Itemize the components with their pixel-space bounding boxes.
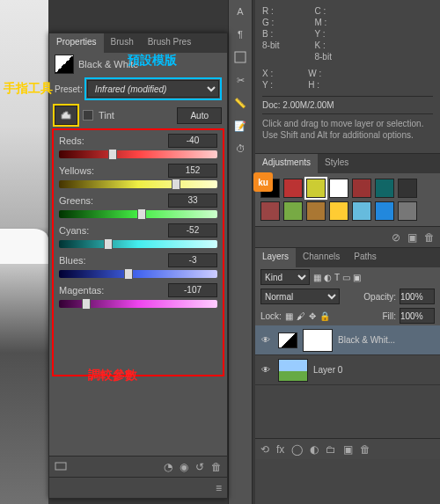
tint-checkbox[interactable] — [83, 110, 93, 121]
tab-layers[interactable]: Layers — [255, 248, 296, 267]
tab-brush-presets[interactable]: Brush Pres — [141, 33, 198, 53]
toolbar-note-icon[interactable]: 📝 — [229, 114, 252, 137]
filter-smart-icon[interactable]: ▣ — [353, 273, 361, 282]
slider-value-blues[interactable]: -3 — [168, 253, 217, 267]
layer-name[interactable]: Layer 0 — [313, 365, 342, 375]
canvas-photo — [0, 0, 48, 504]
toolbar-paragraph-icon[interactable]: ¶ — [229, 23, 252, 46]
style-swatch[interactable] — [398, 201, 417, 221]
auto-button[interactable]: Auto — [177, 107, 222, 124]
style-swatch[interactable] — [398, 179, 417, 198]
toolbar-timeline-icon[interactable]: ⏱ — [229, 137, 252, 160]
annotation-preset: 預設模版 — [128, 53, 177, 69]
black-white-icon — [55, 55, 74, 74]
layer-row[interactable]: 👁 Black & Whit... — [255, 325, 440, 355]
lock-trans-icon[interactable]: ▦ — [285, 311, 293, 321]
info-h: H : — [308, 79, 321, 91]
menu-icon[interactable]: ≡ — [216, 482, 222, 494]
style-swatch[interactable] — [329, 179, 348, 198]
lock-all-icon[interactable]: 🔒 — [319, 311, 330, 321]
slider-yellows[interactable] — [59, 180, 217, 188]
adjustments-panel: Adjustments Styles ⊘ ▣ 🗑 — [255, 153, 440, 247]
adj-trash-icon[interactable]: 🗑 — [424, 231, 435, 244]
preset-select[interactable]: Infrared (modified) — [87, 80, 219, 98]
slider-magentas[interactable] — [59, 300, 217, 308]
toolbar-swatches-icon[interactable] — [229, 46, 252, 69]
info-w: W : — [308, 68, 321, 79]
visibility-icon[interactable]: 👁 — [259, 365, 273, 375]
style-swatch[interactable] — [375, 179, 394, 198]
clip-icon[interactable]: ◔ — [164, 461, 172, 473]
style-swatch[interactable] — [352, 201, 371, 221]
trash-icon[interactable]: 🗑 — [211, 461, 222, 473]
kuler-icon[interactable]: ku — [253, 172, 273, 192]
style-swatch[interactable] — [260, 201, 280, 221]
info-hint: Click and drag to move layer or selectio… — [262, 118, 433, 141]
adjustments-footer: ⊘ ▣ 🗑 — [255, 226, 440, 247]
tab-styles[interactable]: Styles — [318, 154, 356, 173]
slider-value-yellows[interactable]: 152 — [168, 164, 217, 178]
right-column: R : G : B : 8-bit C : M : Y : K : 8-bit … — [255, 0, 440, 504]
style-swatch[interactable] — [352, 179, 371, 198]
scrubby-tool-button[interactable] — [55, 106, 77, 125]
toolbar-ruler-icon[interactable]: 📏 — [229, 91, 252, 114]
lock-paint-icon[interactable]: 🖌 — [297, 311, 305, 321]
filter-pixel-icon[interactable]: ▦ — [313, 273, 321, 282]
reset-icon[interactable]: ↺ — [195, 461, 204, 473]
layer-row[interactable]: 👁 Layer 0 — [255, 355, 440, 385]
slider-label-cyans: Cyans: — [59, 225, 89, 236]
fx-icon[interactable] — [55, 460, 67, 473]
layer-name[interactable]: Black & Whit... — [338, 335, 395, 345]
tab-properties[interactable]: Properties — [49, 33, 104, 53]
blend-mode-select[interactable]: Normal — [260, 289, 340, 304]
tab-channels[interactable]: Channels — [296, 248, 347, 267]
toolbar-type-icon[interactable]: A — [229, 0, 252, 23]
slider-value-reds[interactable]: -40 — [168, 134, 217, 148]
style-swatch[interactable] — [283, 179, 303, 198]
info-panel: R : G : B : 8-bit C : M : Y : K : 8-bit … — [255, 0, 440, 146]
group-icon[interactable]: 🗀 — [326, 443, 336, 456]
link-layers-icon[interactable]: ⟲ — [260, 443, 269, 456]
info-r: R : — [262, 5, 279, 17]
visibility-icon[interactable]: 👁 — [259, 335, 273, 345]
adj-new-icon[interactable]: ▣ — [407, 231, 417, 244]
slider-value-greens[interactable]: 33 — [168, 194, 217, 208]
slider-blues[interactable] — [59, 270, 217, 278]
view-previous-icon[interactable]: ◉ — [180, 461, 188, 473]
toolbar-crop-icon[interactable]: ✂ — [229, 69, 252, 91]
style-swatch[interactable] — [375, 201, 394, 221]
layers-footer: ⟲ fx ◯ ◐ 🗀 ▣ 🗑 — [255, 438, 440, 459]
fx-menu-icon[interactable]: fx — [276, 443, 284, 456]
new-layer-icon[interactable]: ▣ — [343, 443, 353, 456]
layer-filter-kind[interactable]: Kind — [260, 269, 310, 285]
style-swatch[interactable] — [329, 201, 348, 221]
style-swatch[interactable] — [283, 201, 303, 221]
style-swatch[interactable] — [306, 201, 326, 221]
hand-icon — [59, 109, 73, 121]
adjustment-thumb — [278, 332, 297, 348]
delete-layer-icon[interactable]: 🗑 — [360, 443, 370, 456]
info-doc: Doc: 2.00M/2.00M — [262, 100, 433, 110]
tab-adjustments[interactable]: Adjustments — [255, 154, 318, 173]
slider-value-cyans[interactable]: -52 — [168, 223, 217, 237]
slider-greens[interactable] — [59, 210, 217, 218]
mask-icon[interactable]: ◯ — [291, 443, 303, 456]
adj-clear-icon[interactable]: ⊘ — [392, 231, 400, 244]
lock-move-icon[interactable]: ✥ — [309, 311, 316, 321]
slider-reds[interactable] — [59, 150, 217, 158]
fill-input[interactable] — [400, 308, 435, 324]
slider-cyans[interactable] — [59, 240, 217, 248]
layer-mask-thumb[interactable] — [303, 329, 333, 352]
tab-brush[interactable]: Brush — [104, 33, 141, 53]
fill-label: Fill: — [382, 311, 396, 321]
opacity-input[interactable] — [400, 289, 435, 304]
tab-paths[interactable]: Paths — [347, 248, 384, 267]
panel-tabs: Properties Brush Brush Pres — [49, 33, 227, 53]
slider-label-blues: Blues: — [59, 255, 86, 266]
style-swatch[interactable] — [306, 179, 326, 198]
filter-shape-icon[interactable]: ▭ — [342, 273, 350, 282]
fill-adj-icon[interactable]: ◐ — [310, 443, 319, 456]
filter-adj-icon[interactable]: ◐ — [324, 273, 332, 282]
slider-value-magentas[interactable]: -107 — [168, 283, 217, 297]
filter-type-icon[interactable]: T — [334, 273, 340, 282]
